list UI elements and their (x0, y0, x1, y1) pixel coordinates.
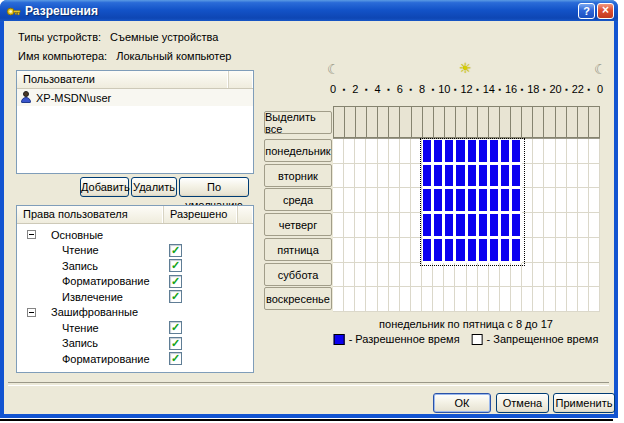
schedule-cell[interactable] (511, 139, 522, 164)
permission-checkbox[interactable]: ✓ (169, 244, 182, 257)
hour-column-selector[interactable] (511, 106, 522, 138)
schedule-cell[interactable] (355, 164, 366, 189)
schedule-cell[interactable] (567, 263, 578, 288)
schedule-cell[interactable] (333, 238, 344, 263)
hour-column-selector[interactable] (556, 106, 567, 138)
hour-column-selector[interactable] (356, 106, 367, 138)
schedule-cell[interactable] (544, 263, 555, 288)
hour-column-selector[interactable] (389, 106, 400, 138)
schedule-cell[interactable] (433, 139, 444, 164)
schedule-cell[interactable] (389, 238, 400, 263)
schedule-cell[interactable] (355, 238, 366, 263)
schedule-cell[interactable] (544, 164, 555, 189)
schedule-cell[interactable] (533, 139, 544, 164)
schedule-cell[interactable] (422, 139, 433, 164)
schedule-cell[interactable] (589, 139, 600, 164)
schedule-cell[interactable] (433, 287, 444, 312)
hour-column-selector[interactable] (467, 106, 478, 138)
schedule-cell[interactable] (522, 164, 533, 189)
day-row-button-2[interactable]: вторник (264, 164, 332, 187)
schedule-cell[interactable] (478, 287, 489, 312)
schedule-cell[interactable] (467, 164, 478, 189)
schedule-cell[interactable] (500, 188, 511, 213)
schedule-cell[interactable] (533, 188, 544, 213)
schedule-cell[interactable] (533, 287, 544, 312)
schedule-cell[interactable] (500, 164, 511, 189)
hour-column-selector[interactable] (434, 106, 445, 138)
hour-column-selector[interactable] (489, 106, 500, 138)
default-button[interactable]: По умолчанию (179, 177, 249, 197)
hour-column-selector[interactable] (567, 106, 578, 138)
schedule-cell[interactable] (433, 238, 444, 263)
title-bar[interactable]: Разрешения ? × (0, 0, 618, 22)
hour-column-selector[interactable] (456, 106, 467, 138)
expand-collapse-icon[interactable] (27, 230, 36, 239)
schedule-cell[interactable] (389, 188, 400, 213)
schedule-cell[interactable] (467, 139, 478, 164)
schedule-cell[interactable] (422, 164, 433, 189)
hour-column-selector[interactable] (478, 106, 489, 138)
schedule-cell[interactable] (378, 188, 389, 213)
schedule-cell[interactable] (366, 139, 377, 164)
hour-column-selector[interactable] (500, 106, 511, 138)
day-row-button-5[interactable]: пятница (264, 238, 332, 261)
schedule-cell[interactable] (455, 287, 466, 312)
schedule-cell[interactable] (522, 238, 533, 263)
schedule-cell[interactable] (344, 188, 355, 213)
schedule-cell[interactable] (467, 238, 478, 263)
schedule-cell[interactable] (378, 287, 389, 312)
schedule-cell[interactable] (355, 263, 366, 288)
schedule-cell[interactable] (400, 213, 411, 238)
schedule-cell[interactable] (444, 188, 455, 213)
day-row-button-4[interactable]: четверг (264, 213, 332, 236)
help-button[interactable]: ? (578, 3, 595, 19)
schedule-cell[interactable] (556, 164, 567, 189)
schedule-cell[interactable] (489, 238, 500, 263)
schedule-cell[interactable] (556, 188, 567, 213)
schedule-cell[interactable] (489, 188, 500, 213)
hour-column-selector[interactable] (412, 106, 423, 138)
schedule-cell[interactable] (578, 139, 589, 164)
schedule-cell[interactable] (511, 164, 522, 189)
schedule-cell[interactable] (589, 263, 600, 288)
schedule-cell[interactable] (355, 287, 366, 312)
schedule-cell[interactable] (455, 139, 466, 164)
schedule-cell[interactable] (422, 213, 433, 238)
schedule-cell[interactable] (333, 164, 344, 189)
permission-checkbox[interactable]: ✓ (169, 290, 182, 303)
schedule-cell[interactable] (444, 139, 455, 164)
schedule-cell[interactable] (489, 213, 500, 238)
schedule-cell[interactable] (467, 188, 478, 213)
schedule-cell[interactable] (411, 139, 422, 164)
cancel-button[interactable]: Отмена (496, 393, 549, 413)
schedule-cell[interactable] (422, 188, 433, 213)
schedule-cell[interactable] (455, 238, 466, 263)
schedule-cell[interactable] (511, 263, 522, 288)
schedule-cell[interactable] (556, 238, 567, 263)
schedule-cell[interactable] (411, 287, 422, 312)
schedule-cell[interactable] (533, 164, 544, 189)
allowed-column-header[interactable]: Разрешено (164, 206, 238, 223)
hour-column-selector[interactable] (423, 106, 434, 138)
schedule-cell[interactable] (500, 213, 511, 238)
day-row-button-1[interactable]: понедельник (264, 139, 332, 162)
rights-item-row[interactable]: Чтение✓ (17, 320, 253, 336)
schedule-cell[interactable] (411, 213, 422, 238)
schedule-cell[interactable] (578, 263, 589, 288)
schedule-cell[interactable] (478, 263, 489, 288)
rights-item-row[interactable]: Форматирование✓ (17, 351, 253, 367)
schedule-cell[interactable] (567, 213, 578, 238)
schedule-cell[interactable] (589, 213, 600, 238)
schedule-cell[interactable] (355, 188, 366, 213)
hour-column-selector[interactable] (544, 106, 555, 138)
schedule-cell[interactable] (478, 238, 489, 263)
schedule-cell[interactable] (400, 164, 411, 189)
schedule-cell[interactable] (333, 287, 344, 312)
schedule-cell[interactable] (344, 238, 355, 263)
schedule-cell[interactable] (556, 263, 567, 288)
hour-column-selector[interactable] (378, 106, 389, 138)
schedule-cell[interactable] (522, 188, 533, 213)
add-user-button[interactable]: Добавить (80, 177, 129, 197)
schedule-cell[interactable] (455, 164, 466, 189)
close-button[interactable]: × (597, 3, 614, 19)
